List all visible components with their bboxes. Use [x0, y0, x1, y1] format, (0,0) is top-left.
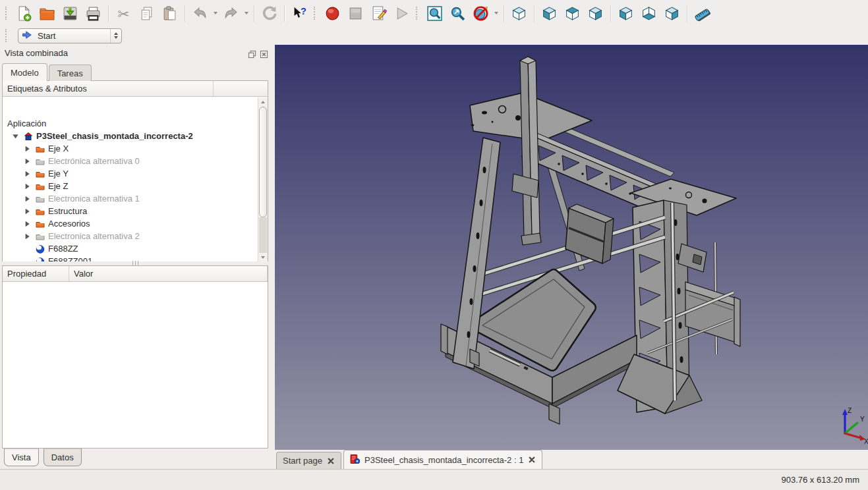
tab-close-icon[interactable]	[327, 457, 335, 465]
tab-datos[interactable]: Datos	[43, 449, 82, 466]
workbench-selector[interactable]: Start	[18, 28, 122, 43]
dock-float-button[interactable]	[247, 49, 256, 59]
redo-button[interactable]	[219, 3, 243, 23]
main-toolbar: ✂?	[0, 0, 868, 26]
tree-item-8[interactable]: Electronica alternativa 2	[3, 230, 140, 242]
workbench-toolbar: Start	[0, 26, 868, 45]
fit-all-button[interactable]	[423, 3, 446, 23]
folder-icon	[35, 169, 45, 178]
scroll-up-icon[interactable]	[258, 97, 268, 106]
expand-right-icon[interactable]	[23, 207, 32, 215]
view-bottom-button[interactable]	[637, 3, 660, 23]
view-axonometric-button[interactable]	[507, 3, 531, 23]
expand-right-icon[interactable]	[23, 157, 32, 165]
expand-down-icon[interactable]	[11, 132, 20, 140]
redo-button-dropdown[interactable]	[243, 3, 250, 23]
mdi-tab-1[interactable]: Start page	[276, 452, 341, 469]
save-document-button[interactable]	[59, 3, 82, 23]
folder-muted-icon	[35, 157, 45, 166]
tab-tareas[interactable]: Tareas	[49, 65, 92, 81]
copy-button[interactable]	[135, 3, 158, 23]
tab-close-icon[interactable]	[528, 456, 536, 464]
svg-text:✂: ✂	[117, 5, 129, 21]
cube-rear-icon	[618, 5, 634, 22]
3d-viewport[interactable]: Z Y X	[275, 45, 868, 450]
whats-this-button[interactable]: ?	[288, 3, 311, 23]
toolbar-drag-handle[interactable]	[5, 7, 10, 20]
axis-z-label: Z	[848, 407, 852, 414]
tree-item-7[interactable]: Accesorios	[3, 217, 90, 230]
tab-modelo[interactable]: Modelo	[2, 63, 47, 81]
print-icon	[85, 5, 101, 22]
open-folder-icon	[39, 5, 55, 22]
tree-item-document[interactable]: P3Steel_chasis_montada_incorrecta-2	[3, 130, 193, 142]
undo-button-dropdown[interactable]	[212, 3, 219, 23]
macro-edit-button[interactable]	[367, 3, 390, 23]
property-header: Propiedad Valor	[3, 266, 268, 282]
workbench-arrow-icon	[22, 29, 34, 43]
view-rear-button[interactable]	[614, 3, 637, 23]
open-document-button[interactable]	[36, 3, 59, 23]
view-front-button[interactable]	[538, 3, 561, 23]
toolbar-drag-handle[interactable]	[314, 7, 318, 20]
chevron-down-icon	[494, 12, 498, 14]
cube-axo-icon	[511, 5, 527, 22]
tab-vista[interactable]: Vista	[4, 449, 39, 466]
edit-macro-icon	[370, 5, 387, 22]
toolbar-drag-handle[interactable]	[416, 7, 420, 20]
expand-right-icon[interactable]	[23, 232, 32, 240]
cube-top-icon	[564, 5, 581, 22]
freecad-file-icon	[350, 454, 360, 466]
chevron-down-icon	[214, 12, 217, 14]
workbench-spinner[interactable]	[110, 29, 118, 43]
cube-front-icon	[541, 5, 558, 22]
dock-close-button[interactable]	[259, 49, 268, 59]
undo-button[interactable]	[188, 3, 212, 23]
float-icon	[248, 50, 256, 59]
toolbar-separator	[610, 5, 611, 22]
view-top-button[interactable]	[561, 3, 584, 23]
tree-root-aplicacion[interactable]: Aplicación	[3, 117, 46, 130]
macro-stop-button[interactable]	[344, 3, 367, 23]
tree-item-2[interactable]: Electrónica alternativa 0	[3, 155, 140, 167]
new-doc-icon	[16, 5, 32, 22]
expand-right-icon[interactable]	[23, 144, 32, 153]
tree-item-9[interactable]: F688ZZ	[3, 242, 78, 255]
view-right-button[interactable]	[584, 3, 607, 23]
freecad-window: { "window": { "statusbar_dimensions": "9…	[0, 0, 868, 490]
view-left-button[interactable]	[660, 3, 683, 23]
expand-right-icon[interactable]	[23, 194, 32, 203]
tree-scrollbar[interactable]	[258, 97, 268, 261]
expand-right-icon[interactable]	[23, 182, 32, 190]
tree-item-4[interactable]: Eje Z	[3, 180, 68, 192]
folder-muted-icon	[35, 194, 45, 204]
macro-record-button[interactable]	[321, 3, 344, 23]
mdi-tab-2[interactable]: P3Steel_chasis_montada_incorrecta-2 : 1	[343, 450, 542, 469]
refresh-button[interactable]	[258, 3, 281, 23]
folder-icon	[35, 207, 45, 216]
macro-play-button[interactable]	[390, 3, 413, 23]
svg-text:?: ?	[301, 6, 306, 16]
tree-item-3[interactable]: Eje Y	[3, 167, 69, 180]
tree-item-1[interactable]: Eje X	[3, 142, 69, 155]
measure-button[interactable]	[691, 3, 714, 23]
tree-item-5[interactable]: Electronica alternativa 1	[3, 192, 140, 205]
paste-button[interactable]	[158, 3, 181, 23]
toolbar-drag-handle[interactable]	[5, 29, 10, 42]
cube-right-icon	[587, 5, 604, 22]
zoom-button[interactable]	[446, 3, 469, 23]
print-button[interactable]	[82, 3, 105, 23]
scrollbar-thumb[interactable]	[259, 107, 267, 217]
expand-right-icon[interactable]	[23, 169, 32, 178]
clipping-plane-button-dropdown[interactable]	[492, 3, 500, 23]
tree-item-6[interactable]: Estructura	[3, 205, 87, 217]
paste-icon	[161, 5, 178, 22]
scroll-down-icon[interactable]	[258, 253, 268, 261]
clipping-plane-button[interactable]	[469, 3, 492, 23]
cut-button[interactable]: ✂	[112, 3, 135, 23]
refresh-icon	[261, 5, 277, 22]
new-document-button[interactable]	[13, 3, 36, 23]
expand-right-icon[interactable]	[23, 219, 32, 228]
clip-off-icon	[473, 5, 489, 22]
folder-icon	[35, 144, 45, 153]
